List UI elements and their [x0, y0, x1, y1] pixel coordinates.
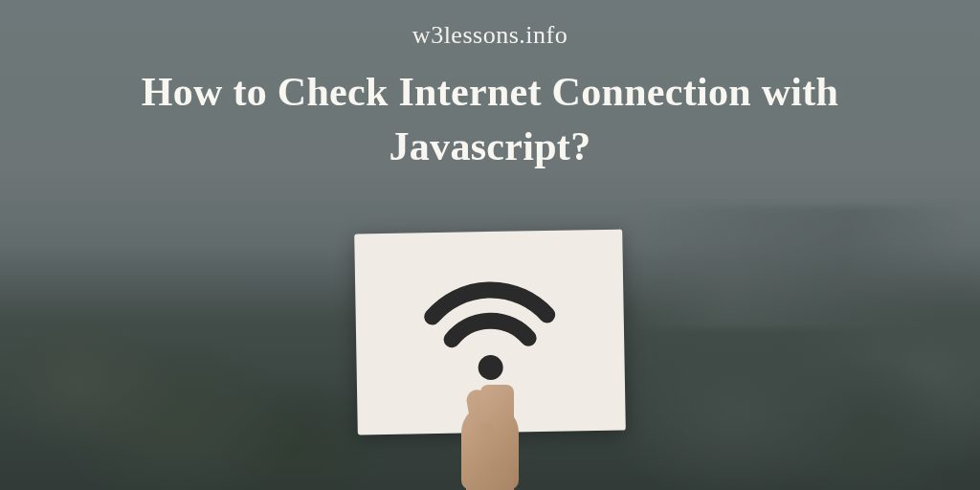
card-and-hand [356, 232, 624, 490]
wifi-icon [417, 269, 563, 396]
hand-wrist [466, 471, 514, 490]
article-title: How to Check Internet Connection with Ja… [50, 65, 930, 173]
hand-palm [461, 404, 519, 490]
hand-holding-card [447, 385, 533, 490]
hand-fingers [480, 385, 514, 423]
site-name: w3lessons.info [412, 21, 568, 50]
svg-point-0 [478, 355, 502, 380]
